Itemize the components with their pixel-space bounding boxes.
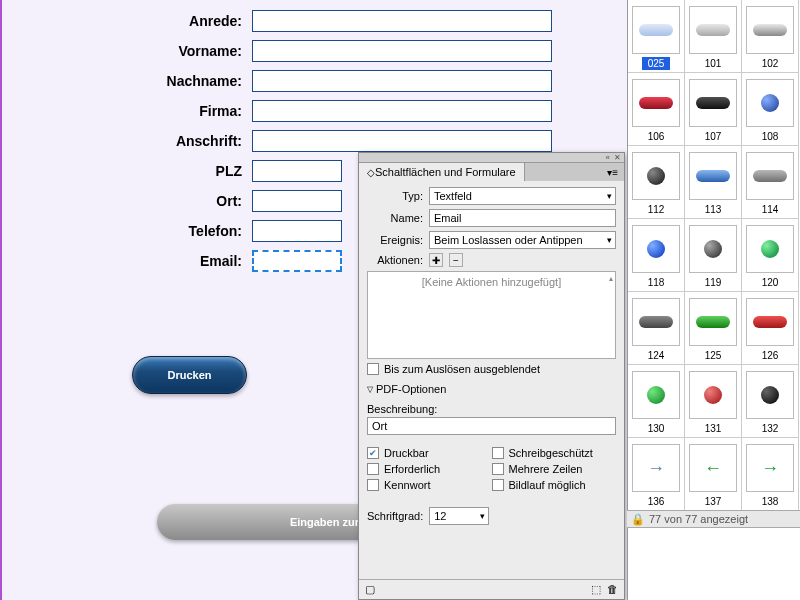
- ereignis-select[interactable]: Beim Loslassen oder Antippen: [429, 231, 616, 249]
- library-item-119[interactable]: 119: [685, 219, 742, 292]
- input-anrede[interactable]: [252, 10, 552, 32]
- druckbar-label: Druckbar: [384, 447, 429, 459]
- panel-title: Schaltflächen und Formulare: [375, 166, 516, 178]
- library-item-025[interactable]: 025: [628, 0, 685, 73]
- print-label: Drucken: [167, 369, 211, 381]
- library-item-136[interactable]: →136: [628, 438, 685, 511]
- typ-select[interactable]: Textfeld: [429, 187, 616, 205]
- bildlauf-checkbox[interactable]: [492, 479, 504, 491]
- name-input[interactable]: Email: [429, 209, 616, 227]
- input-vorname[interactable]: [252, 40, 552, 62]
- label-ort: Ort:: [2, 193, 252, 209]
- kennwort-checkbox[interactable]: [367, 479, 379, 491]
- kennwort-label: Kennwort: [384, 479, 430, 491]
- convert-icon[interactable]: ⬚: [591, 583, 601, 596]
- label-anschrift: Anschrift:: [2, 133, 252, 149]
- input-nachname[interactable]: [252, 70, 552, 92]
- label-plz: PLZ: [2, 163, 252, 179]
- library-item-113[interactable]: 113: [685, 146, 742, 219]
- library-item-126[interactable]: 126: [742, 292, 799, 365]
- library-item-138[interactable]: →138: [742, 438, 799, 511]
- library-item-114[interactable]: 114: [742, 146, 799, 219]
- pdf-options-label: PDF-Optionen: [376, 383, 446, 395]
- beschreibung-label: Beschreibung:: [367, 403, 437, 415]
- panel-tab[interactable]: ◇ Schaltflächen und Formulare: [359, 163, 525, 181]
- erforderlich-checkbox[interactable]: [367, 463, 379, 475]
- label-email: Email:: [2, 253, 252, 269]
- label-vorname: Vorname:: [2, 43, 252, 59]
- library-item-102[interactable]: 102: [742, 0, 799, 73]
- scroll-up-icon[interactable]: ▴: [609, 274, 613, 283]
- library-item-106[interactable]: 106: [628, 73, 685, 146]
- label-nachname: Nachname:: [2, 73, 252, 89]
- schriftgrad-label: Schriftgrad:: [367, 510, 423, 522]
- buttons-forms-panel: « ✕ ◇ Schaltflächen und Formulare ▾≡ Typ…: [358, 152, 625, 600]
- mehrere-label: Mehrere Zeilen: [509, 463, 583, 475]
- schreibg-label: Schreibgeschützt: [509, 447, 593, 459]
- library-item-107[interactable]: 107: [685, 73, 742, 146]
- label-anrede: Anrede:: [2, 13, 252, 29]
- library-item-108[interactable]: 108: [742, 73, 799, 146]
- schriftgrad-select[interactable]: 12: [429, 507, 489, 525]
- input-firma[interactable]: [252, 100, 552, 122]
- library-status: 🔒77 von 77 angezeigt: [627, 510, 800, 528]
- schreibg-checkbox[interactable]: [492, 447, 504, 459]
- collapse-icon[interactable]: «: [606, 153, 610, 162]
- library-item-125[interactable]: 125: [685, 292, 742, 365]
- library-item-118[interactable]: 118: [628, 219, 685, 292]
- input-ort[interactable]: [252, 190, 342, 212]
- lock-icon: 🔒: [631, 513, 645, 526]
- trash-icon[interactable]: 🗑: [607, 583, 618, 596]
- library-item-124[interactable]: 124: [628, 292, 685, 365]
- druckbar-checkbox[interactable]: ✔: [367, 447, 379, 459]
- label-firma: Firma:: [2, 103, 252, 119]
- disclosure-icon[interactable]: ▽: [367, 385, 373, 394]
- input-email[interactable]: [252, 250, 342, 272]
- close-icon[interactable]: ✕: [614, 153, 621, 162]
- input-anschrift[interactable]: [252, 130, 552, 152]
- button-library: 0251011021061071081121131141181191201241…: [627, 0, 800, 600]
- erforderlich-label: Erforderlich: [384, 463, 440, 475]
- add-action-icon[interactable]: ✚: [429, 253, 443, 267]
- hidden-checkbox[interactable]: [367, 363, 379, 375]
- library-item-101[interactable]: 101: [685, 0, 742, 73]
- input-telefon[interactable]: [252, 220, 342, 242]
- actions-list[interactable]: [Keine Aktionen hinzugefügt]▴: [367, 271, 616, 359]
- beschreibung-input[interactable]: Ort: [367, 417, 616, 435]
- panel-controls: « ✕: [359, 153, 624, 163]
- typ-label: Typ:: [367, 190, 429, 202]
- input-plz[interactable]: [252, 160, 342, 182]
- preview-icon[interactable]: ▢: [365, 583, 375, 596]
- library-item-131[interactable]: 131: [685, 365, 742, 438]
- name-label: Name:: [367, 212, 429, 224]
- mehrere-checkbox[interactable]: [492, 463, 504, 475]
- library-item-137[interactable]: ←137: [685, 438, 742, 511]
- aktionen-label: Aktionen:: [367, 254, 429, 266]
- remove-action-icon[interactable]: −: [449, 253, 463, 267]
- library-item-120[interactable]: 120: [742, 219, 799, 292]
- no-actions-text: [Keine Aktionen hinzugefügt]: [422, 276, 561, 288]
- library-item-130[interactable]: 130: [628, 365, 685, 438]
- hidden-label: Bis zum Auslösen ausgeblendet: [384, 363, 540, 375]
- label-telefon: Telefon:: [2, 223, 252, 239]
- panel-menu-icon[interactable]: ▾≡: [601, 167, 624, 178]
- library-item-112[interactable]: 112: [628, 146, 685, 219]
- print-button[interactable]: Drucken: [132, 356, 247, 394]
- library-item-132[interactable]: 132: [742, 365, 799, 438]
- ereignis-label: Ereignis:: [367, 234, 429, 246]
- bildlauf-label: Bildlauf möglich: [509, 479, 586, 491]
